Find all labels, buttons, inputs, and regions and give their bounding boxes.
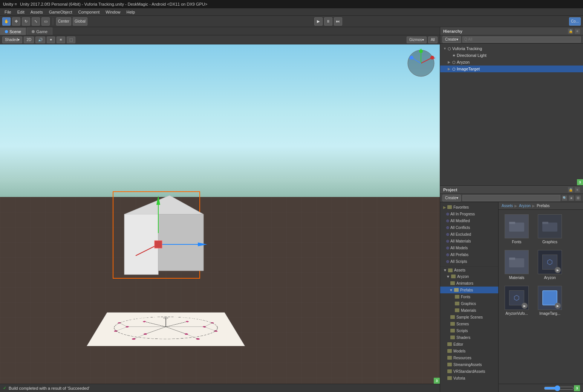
project-star-icon[interactable]: ★: [569, 195, 574, 201]
tab-game[interactable]: Game: [27, 27, 52, 35]
tree-scripts-label: Scripts: [456, 329, 468, 333]
tree-all-models[interactable]: ◎ All Models: [440, 244, 498, 251]
breadcrumb-sep-2: ▶: [532, 204, 535, 208]
breadcrumb-assets[interactable]: Assets: [502, 204, 513, 208]
tree-sample-scenes[interactable]: Sample Scenes: [440, 314, 498, 320]
2d-button[interactable]: 2D: [24, 37, 34, 43]
menu-gameobject[interactable]: GameObject: [46, 9, 75, 15]
tree-assets-root[interactable]: ▼ Assets: [440, 266, 498, 273]
tree-scripts[interactable]: Scripts: [440, 327, 498, 334]
all-button[interactable]: All: [428, 37, 438, 43]
asset-size-slider[interactable]: [544, 385, 574, 391]
hierarchy-item-aryzon[interactable]: ▶ ⬡ Aryzon: [440, 59, 583, 66]
asset-imagetarget-prefab[interactable]: ▶ ImageTarg...: [535, 284, 565, 317]
hierarchy-lock[interactable]: 🔒: [568, 29, 573, 34]
tool-rotate[interactable]: ↻: [22, 17, 30, 26]
tree-streaming-assets[interactable]: StreamingAssets: [440, 361, 498, 368]
menu-file[interactable]: File: [2, 9, 14, 15]
tool-hand[interactable]: ✋: [2, 17, 11, 26]
shaded-button[interactable]: Shaded ▾: [2, 37, 22, 43]
tree-resources[interactable]: Resources: [440, 354, 498, 361]
viewport[interactable]: X Y Z 3: [0, 44, 440, 384]
tree-all-scripts[interactable]: ◎ All Scripts: [440, 258, 498, 265]
aryzonvufo-label: AryzonVufo...: [505, 311, 528, 316]
tree-all-modified[interactable]: ◎ All Modified: [440, 217, 498, 224]
gizmos-button[interactable]: Gizmos ▾: [407, 37, 427, 43]
hierarchy-create-btn[interactable]: Create ▾: [442, 36, 461, 43]
scene-img-effects[interactable]: ⬚: [67, 37, 75, 43]
menu-window[interactable]: Window: [103, 9, 123, 15]
scene-objects: [75, 233, 264, 346]
tree-vuforia[interactable]: Vuforia: [440, 375, 498, 381]
breadcrumb-aryzon[interactable]: Aryzon: [519, 204, 531, 208]
svg-rect-52: [509, 258, 515, 260]
asset-aryzonvufo-prefab[interactable]: ⬡ ▶ AryzonVufo...: [502, 284, 532, 317]
tree-animators[interactable]: Animators: [440, 280, 498, 287]
tool-move[interactable]: ✥: [12, 17, 20, 26]
svg-line-25: [186, 334, 198, 339]
tree-sample-scenes-label: Sample Scenes: [456, 315, 483, 319]
audio-button[interactable]: 🔊: [35, 37, 45, 43]
materials-folder-svg: [509, 256, 524, 268]
project-bottom: 3: [499, 384, 583, 392]
tree-editor[interactable]: Editor: [440, 341, 498, 348]
scene-lighting[interactable]: ☀: [57, 37, 65, 43]
tree-prefabs[interactable]: ▼ Prefabs: [440, 287, 498, 293]
fx-button[interactable]: ✦: [47, 37, 55, 43]
hierarchy-menu[interactable]: ≡: [575, 29, 580, 34]
tree-scenes[interactable]: Scenes: [440, 320, 498, 327]
tree-all-in-progress[interactable]: ◎ All In Progress: [440, 210, 498, 217]
tree-vr-standard-label: VRStandardAssets: [453, 369, 485, 374]
hierarchy-item-light[interactable]: ☀ Directional Light: [440, 52, 583, 59]
asset-aryzon-prefab[interactable]: ⬡ ▶ Aryzon: [535, 249, 565, 281]
hierarchy-item-imagetarget[interactable]: ▶ ⬡ ImageTarget: [440, 66, 583, 72]
tree-materials-sub[interactable]: Materials: [440, 307, 498, 314]
tool-global[interactable]: Global: [73, 17, 87, 26]
game-tab-dot: [32, 30, 35, 33]
menu-assets[interactable]: Assets: [28, 9, 46, 15]
project-settings-icon[interactable]: ⚙: [575, 195, 581, 201]
tree-fonts[interactable]: Fonts: [440, 293, 498, 300]
tool-rect[interactable]: ▭: [41, 17, 50, 26]
menu-help[interactable]: Help: [123, 9, 138, 15]
menu-component[interactable]: Component: [75, 9, 103, 15]
asset-fonts[interactable]: Fonts: [502, 213, 532, 246]
project-create-btn[interactable]: Create ▾: [442, 195, 461, 201]
breadcrumb-prefabs[interactable]: Prefabs: [537, 204, 549, 208]
tree-all-conflicts[interactable]: ◎ All Conflicts: [440, 224, 498, 231]
project-search[interactable]: [462, 195, 560, 201]
tree-favorites[interactable]: ▶ Favorites: [440, 204, 498, 210]
tree-all-excluded[interactable]: ◎ All Excluded: [440, 231, 498, 238]
unity-badge-hierarchy: 3: [577, 179, 583, 185]
step-button[interactable]: ⏭: [334, 17, 342, 26]
tree-all-prefabs[interactable]: ◎ All Prefabs: [440, 251, 498, 258]
editor-folder-icon: [447, 342, 452, 346]
hierarchy-search[interactable]: [462, 37, 581, 43]
sample-scenes-folder-icon: [450, 315, 455, 319]
asset-materials[interactable]: Materials: [502, 249, 532, 281]
svg-line-1: [143, 322, 166, 327]
tree-models[interactable]: Models: [440, 348, 498, 354]
collab-button[interactable]: Co...: [569, 17, 581, 26]
tree-vr-standard[interactable]: VRStandardAssets: [440, 368, 498, 375]
tree-aryzon[interactable]: ▼ Aryzon: [440, 273, 498, 280]
svg-point-8: [143, 321, 146, 322]
menu-edit[interactable]: Edit: [14, 9, 28, 15]
project-menu[interactable]: ≡: [575, 187, 580, 192]
prefabs-folder-icon: [454, 288, 459, 292]
svg-line-6: [166, 327, 186, 334]
tool-scale[interactable]: ⤡: [32, 17, 40, 26]
hierarchy-item-vuforia[interactable]: ▼ ⬡ Vuforia Tracking: [440, 45, 583, 52]
tab-scene[interactable]: Scene: [0, 27, 26, 35]
aryzonvufo-prefab-thumb: ⬡ ▶: [505, 286, 529, 310]
tree-all-materials[interactable]: ◎ All Materials: [440, 238, 498, 244]
play-button[interactable]: ▶: [314, 17, 323, 26]
project-lock[interactable]: 🔒: [568, 187, 573, 192]
tool-center[interactable]: Center: [56, 17, 71, 26]
tree-aryzon-label: Aryzon: [457, 275, 469, 279]
asset-graphics[interactable]: Graphics: [535, 213, 565, 246]
tree-graphics[interactable]: Graphics: [440, 300, 498, 307]
pause-button[interactable]: ⏸: [324, 17, 332, 26]
project-search-icon[interactable]: 🔍: [562, 195, 567, 201]
tree-shaders[interactable]: Shaders: [440, 334, 498, 341]
